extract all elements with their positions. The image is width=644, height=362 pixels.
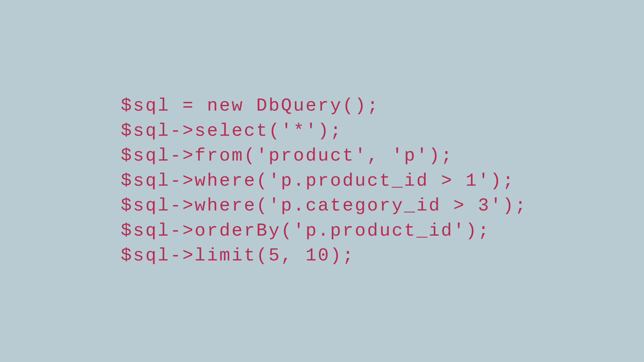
- code-line: $sql->where('p.product_id > 1');: [121, 171, 515, 191]
- code-line: $sql = new DbQuery();: [121, 96, 379, 116]
- code-line: $sql->select('*');: [121, 121, 342, 141]
- code-line: $sql->limit(5, 10);: [121, 245, 355, 266]
- code-block: $sql = new DbQuery(); $sql->select('*');…: [0, 94, 527, 268]
- code-line: $sql->orderBy('p.product_id');: [121, 221, 490, 241]
- code-line: $sql->from('product', 'p');: [121, 145, 453, 166]
- code-line: $sql->where('p.category_id > 3');: [121, 195, 527, 216]
